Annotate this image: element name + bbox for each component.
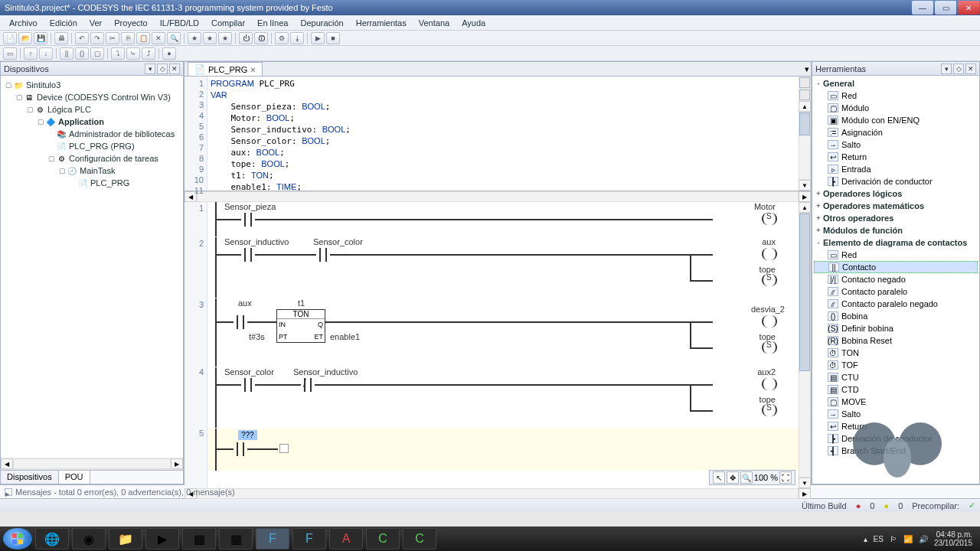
menu-ayuda[interactable]: Ayuda (456, 17, 492, 29)
tool-ld-contacto[interactable]: ||Contacto (814, 261, 978, 273)
new-icon[interactable]: 📄 (3, 32, 17, 44)
menu-archivo[interactable]: Archivo (3, 17, 44, 29)
system-tray[interactable]: ▴ ES 🏳 📶 🔊 04:48 p.m. 23/10/2015 (864, 530, 977, 547)
insert-placeholder[interactable] (279, 444, 289, 453)
menu-ilfbdld[interactable]: IL/FBD/LD (154, 17, 205, 29)
tab-close-icon[interactable]: × (250, 65, 255, 74)
insert-below-icon[interactable]: ↓ (39, 47, 53, 60)
bookmark-next-icon[interactable]: ★ (203, 32, 217, 44)
menu-compilar[interactable]: Compilar (205, 17, 251, 29)
tool-salto[interactable]: →Salto (814, 139, 978, 151)
rung-5[interactable]: ??? (207, 429, 799, 471)
tool-ld-ctd[interactable]: ▤CTD (814, 383, 978, 396)
ladder-vscroll[interactable]: ▲▼ (799, 202, 811, 488)
tool-asignacion[interactable]: :=Asignación (814, 126, 978, 139)
contact[interactable] (241, 213, 255, 227)
tool-ld-ctu[interactable]: ▤CTU (814, 371, 978, 383)
tool-ld-move[interactable]: ▢MOVE (814, 396, 978, 408)
copy-icon[interactable]: ⎘ (121, 32, 135, 44)
open-icon[interactable]: 📂 (18, 32, 32, 44)
insert-above-icon[interactable]: ↑ (24, 47, 38, 60)
coil[interactable] (762, 378, 777, 390)
coil-set[interactable]: S (762, 213, 777, 225)
tool-ld-contacto-parneg[interactable]: ⫽Contacto paralelo negado (814, 298, 978, 310)
taskbar-app2[interactable]: ▦ (219, 528, 253, 549)
tool-red[interactable]: ▭Red (814, 90, 978, 102)
tray-sound-icon[interactable]: 🔊 (919, 535, 928, 543)
menu-enlinea[interactable]: En línea (251, 17, 294, 29)
tool-ld-tof[interactable]: ⏱TOF (814, 359, 978, 371)
panel-close-icon[interactable]: ✕ (169, 64, 180, 74)
bookmark-icon[interactable]: ★ (188, 32, 201, 44)
code-hscroll[interactable]: ◀▶ (185, 191, 811, 202)
declaration-editor[interactable]: 1234567891011 PROGRAM PLC_PRG VAR Sensor… (185, 77, 811, 191)
ladder-editor[interactable]: 12345 Sensor_pieza Motor S (185, 202, 811, 488)
tool-ld-bobina-reset[interactable]: (R)Bobina Reset (814, 334, 978, 347)
taskbar-camrec[interactable]: C (403, 528, 436, 549)
tool-entrada[interactable]: ▹Entrada (814, 163, 978, 175)
tool-derivacion[interactable]: ┣Derivación de conductor (814, 175, 978, 187)
panel-menu-icon[interactable]: ▾ (145, 64, 155, 74)
contact-negated[interactable]: / (301, 378, 315, 392)
coil-tool-icon[interactable]: () (75, 47, 89, 60)
overview-icon[interactable] (799, 77, 810, 88)
tool-modulo-en[interactable]: ▣Módulo con EN/ENQ (814, 114, 978, 126)
taskbar-festo[interactable]: F (256, 528, 289, 549)
coil-set[interactable]: S (762, 341, 777, 354)
delete-icon[interactable]: ✕ (152, 32, 165, 44)
menu-ver[interactable]: Ver (83, 17, 109, 29)
contact[interactable] (241, 378, 255, 392)
tab-pou[interactable]: POU (59, 471, 90, 484)
ladder-hscroll[interactable]: ◀▶ (185, 488, 811, 499)
coil[interactable] (762, 248, 777, 260)
undo-icon[interactable]: ↶ (75, 32, 89, 44)
close-button[interactable]: ✕ (958, 1, 979, 15)
menu-depuracion[interactable]: Depuración (294, 17, 349, 29)
stepout-icon[interactable]: ⤴ (142, 47, 155, 60)
tool-ld-red[interactable]: ▭Red (814, 249, 978, 261)
taskbar-festo2[interactable]: F (292, 528, 326, 549)
download-icon[interactable]: ⭳ (290, 32, 304, 44)
logout-icon[interactable]: ⏼ (254, 32, 268, 44)
rung-1[interactable]: Sensor_pieza Motor S (207, 202, 799, 237)
tool-modulo[interactable]: ▢Módulo (814, 102, 978, 114)
contact[interactable] (234, 442, 247, 456)
stepinto-icon[interactable]: ⤷ (126, 47, 140, 60)
taskbar-ie[interactable]: 🌐 (35, 528, 69, 549)
tray-network-icon[interactable]: 📶 (903, 535, 913, 543)
lang-indicator[interactable]: ES (874, 535, 884, 543)
pan-icon[interactable]: ✥ (727, 471, 739, 484)
zoom-fit-icon[interactable]: ⛶ (779, 471, 792, 484)
tree-hscroll[interactable]: ◀▶ (1, 458, 183, 470)
tool-ld-bobina-set[interactable]: (S)Definir bobina (814, 322, 978, 334)
code-body[interactable]: PROGRAM PLC_PRG VAR Sensor_pieza: BOOL; … (207, 77, 799, 191)
stepover-icon[interactable]: ⤵ (111, 47, 125, 60)
panel-menu-icon[interactable]: ▾ (941, 64, 952, 74)
taskbar-chrome[interactable]: ◉ (72, 528, 106, 549)
network-icon[interactable]: ▭ (3, 47, 17, 60)
save-icon[interactable]: 💾 (34, 32, 47, 44)
menu-edicion[interactable]: Edición (44, 17, 83, 29)
device-tree[interactable]: ▢📁Sintitulo3 ▢🖥Device (CODESYS Control W… (1, 76, 183, 458)
start-button[interactable] (3, 528, 32, 549)
editor-menu-icon[interactable]: ▾ (805, 64, 809, 74)
taskbar-media[interactable]: ▶ (145, 528, 179, 549)
contact[interactable] (234, 315, 247, 329)
textview-icon[interactable] (799, 90, 810, 100)
minimize-button[interactable]: — (912, 1, 933, 15)
tool-return[interactable]: ↩Return (814, 151, 978, 163)
tool-ld-contacto-par[interactable]: ⫽Contacto paralelo (814, 285, 978, 298)
taskbar-camtasia[interactable]: C (366, 528, 400, 549)
contact-tool-icon[interactable]: || (60, 47, 74, 60)
rung-4[interactable]: Sensor_color Sensor_inductivo / aux2 top… (207, 367, 799, 429)
print-icon[interactable]: 🖶 (54, 32, 68, 44)
new-contact-label[interactable]: ??? (238, 430, 257, 440)
zoom-icon[interactable]: 🔍 (740, 471, 753, 484)
panel-pin-icon[interactable]: ◇ (953, 64, 964, 74)
menu-herramientas[interactable]: Herramientas (350, 17, 413, 29)
breakpoint-icon[interactable]: ● (162, 47, 176, 60)
tab-plc-prg[interactable]: 📄 PLC_PRG × (188, 62, 263, 76)
start-icon[interactable]: ▶ (311, 32, 325, 44)
tool-ld-contacto-neg[interactable]: |/|Contacto negado (814, 273, 978, 285)
login-icon[interactable]: ⏻ (239, 32, 253, 44)
